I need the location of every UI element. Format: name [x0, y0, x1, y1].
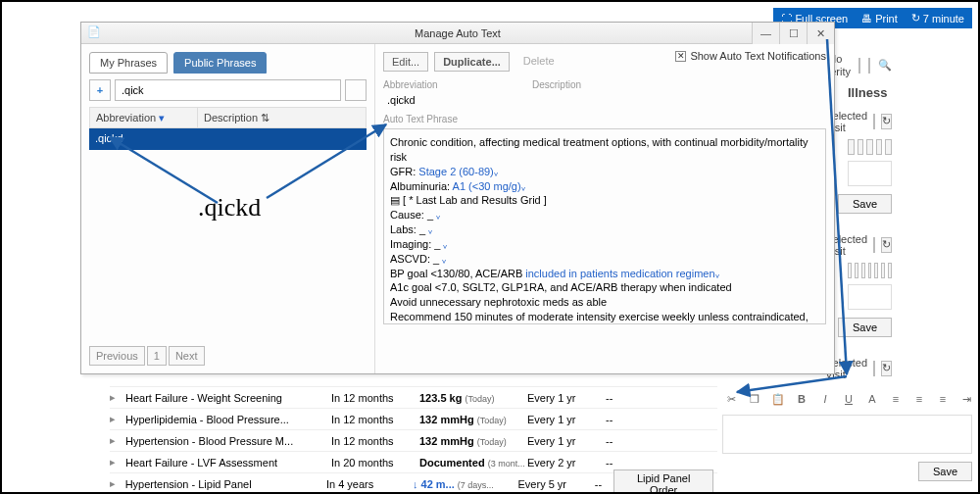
phrase-line: Cause: _ ᵥ	[390, 208, 819, 222]
fmt-btn[interactable]	[876, 139, 883, 155]
rec-value: Documented (3 mont...	[419, 457, 527, 469]
rec-name: Heart Failure - LVF Assessment	[125, 457, 331, 469]
visit-btn-1[interactable]	[873, 114, 875, 129]
phrase-line: BP goal <130/80, ACE/ARB included in pat…	[390, 267, 819, 281]
save-button[interactable]: Save	[838, 194, 892, 214]
lipid-panel-order-button[interactable]: Lipid Panel Order	[613, 469, 713, 495]
add-phrase-button[interactable]: +	[89, 79, 111, 101]
indent-icon[interactable]: ⇥	[957, 389, 975, 407]
align-right-icon[interactable]: ≡	[934, 389, 952, 407]
fmt-btn[interactable]	[848, 263, 852, 278]
paging-controls: Previous 1 Next	[89, 346, 205, 366]
rich-text-toolbar: ✂ ❐ 📋 B I U A ≡ ≡ ≡ ⇥ ⇤	[722, 389, 980, 407]
visit-btn-2[interactable]	[873, 237, 875, 253]
rec-name: Hyperlipidemia - Blood Pressure...	[125, 414, 331, 425]
cut-icon[interactable]: ✂	[722, 389, 740, 407]
edit-button[interactable]: Edit...	[383, 52, 428, 72]
sort-icon[interactable]	[868, 58, 870, 74]
rec-dash: --	[606, 435, 625, 447]
text-entry-1[interactable]	[848, 161, 892, 186]
recommendations-grid: ▸ Heart Failure - Weight Screening In 12…	[110, 386, 717, 494]
col-abbr[interactable]: Abbreviation	[96, 112, 156, 124]
save-button[interactable]: Save	[838, 318, 892, 337]
fmt-btn[interactable]	[881, 263, 885, 278]
abbr-label: Abbreviation	[383, 79, 520, 90]
rec-due: In 12 months	[331, 392, 419, 404]
search-icon[interactable]: 🔍	[878, 59, 892, 72]
rec-due: In 12 months	[331, 414, 419, 425]
fmt-btn[interactable]	[866, 139, 873, 155]
app-icon: 📄	[87, 25, 103, 41]
bold-button[interactable]: B	[793, 389, 810, 407]
rec-freq: Every 5 yr	[518, 478, 595, 490]
paste-icon[interactable]: 📋	[769, 389, 787, 407]
rec-freq: Every 1 yr	[527, 414, 606, 425]
fmt-btn[interactable]	[885, 139, 892, 155]
table-row[interactable]: ▸ Heart Failure - Weight Screening In 12…	[110, 386, 717, 408]
fmt-btn[interactable]	[868, 263, 872, 278]
fmt-btn[interactable]	[888, 263, 892, 278]
desc-value	[532, 92, 669, 96]
align-center-icon[interactable]: ≡	[910, 389, 928, 407]
table-row[interactable]: ▸ Hypertension - Lipid Panel In 4 years …	[110, 472, 717, 494]
rec-value: ↓ 42 m... (7 days...	[413, 478, 518, 490]
fmt-btn[interactable]	[848, 139, 855, 155]
rec-value: 132 mmHg (Today)	[419, 435, 527, 447]
expand-icon[interactable]: ▸	[110, 456, 125, 469]
row-desc	[197, 128, 367, 150]
fmt-btn[interactable]	[874, 263, 878, 278]
annotation-label: .qickd	[198, 193, 261, 222]
refresh-icon[interactable]: ↻	[881, 114, 892, 129]
rec-due: In 20 months	[331, 457, 419, 469]
rec-due: In 4 years	[326, 478, 413, 490]
visit-btn-3[interactable]	[873, 361, 875, 376]
prev-button[interactable]: Previous	[89, 346, 145, 366]
rec-name: Hypertension - Blood Pressure M...	[125, 435, 331, 447]
expand-icon[interactable]: ▸	[110, 477, 125, 490]
page-number[interactable]: 1	[147, 346, 167, 366]
next-button[interactable]: Next	[169, 346, 205, 366]
minimize-button[interactable]: —	[752, 23, 779, 44]
duplicate-button[interactable]: Duplicate...	[434, 52, 510, 72]
text-entry-rte[interactable]	[722, 415, 972, 454]
search-input[interactable]	[115, 79, 341, 101]
rec-freq: Every 2 yr	[527, 457, 606, 469]
align-left-icon[interactable]: ≡	[887, 389, 905, 407]
expand-icon[interactable]: ▸	[110, 391, 125, 404]
copy-icon[interactable]: ❐	[746, 389, 763, 407]
ehr-background-panel: ✉ 0 👤 No Severity 🔍 Illness Selected Vis…	[840, 45, 900, 394]
filter-icon[interactable]	[858, 58, 860, 74]
rec-value: 132 mmHg (Today)	[419, 414, 527, 425]
section-heading: Illness	[848, 85, 892, 100]
delete-button[interactable]: Delete	[515, 52, 563, 72]
maximize-button[interactable]: ☐	[779, 23, 807, 44]
tab-public-phrases[interactable]: Public Phrases	[173, 52, 267, 74]
table-row[interactable]: ▸ Hypertension - Blood Pressure M... In …	[110, 429, 717, 451]
text-entry-2[interactable]	[848, 284, 892, 310]
save-button[interactable]: Save	[918, 462, 972, 481]
phrase-line: ASCVD: _ ᵥ	[390, 252, 819, 267]
rec-due: In 12 months	[331, 435, 419, 447]
column-headers: Abbreviation ▾ Description ⇅	[89, 107, 367, 128]
close-button[interactable]: ✕	[807, 23, 834, 44]
phrase-line: Recommend 150 minutes of moderate intens…	[390, 310, 819, 324]
fmt-btn[interactable]	[861, 263, 865, 278]
expand-icon[interactable]: ▸	[110, 413, 125, 425]
underline-button[interactable]: U	[840, 389, 858, 407]
tab-my-phrases[interactable]: My Phrases	[89, 52, 168, 74]
font-color-button[interactable]: A	[863, 389, 881, 407]
table-row[interactable]: ▸ Hyperlipidemia - Blood Pressure... In …	[110, 408, 717, 429]
col-desc[interactable]: Description	[204, 112, 258, 124]
refresh-icon[interactable]: ↻	[881, 361, 892, 376]
fmt-btn[interactable]	[858, 139, 864, 155]
selected-phrase-row[interactable]: .qickd	[89, 128, 367, 150]
fmt-btn[interactable]	[855, 263, 858, 278]
rec-dash: --	[606, 457, 625, 469]
refresh-icon[interactable]: ↻	[881, 237, 892, 253]
search-dropdown-icon[interactable]	[345, 79, 367, 101]
expand-icon[interactable]: ▸	[110, 434, 125, 447]
rec-dash: --	[606, 414, 625, 425]
rec-value: 123.5 kg (Today)	[419, 392, 527, 404]
rec-freq: Every 1 yr	[527, 392, 606, 404]
italic-button[interactable]: I	[816, 389, 834, 407]
